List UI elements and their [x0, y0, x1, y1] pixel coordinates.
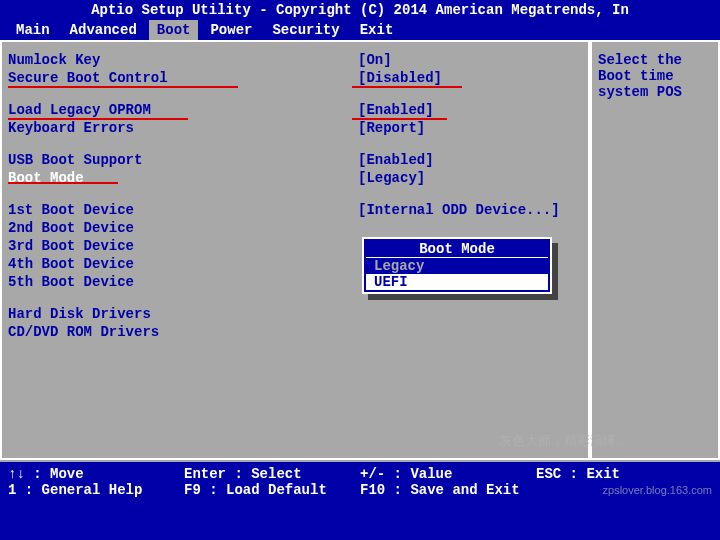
section-cddvd-drivers[interactable]: CD/DVD ROM Drivers: [8, 324, 582, 340]
menu-boot[interactable]: Boot: [149, 20, 199, 40]
label: 3rd Boot Device: [8, 238, 358, 254]
label: Secure Boot Control: [8, 70, 358, 86]
setting-2nd-boot[interactable]: 2nd Boot Device: [8, 220, 582, 236]
value: [Enabled]: [358, 152, 434, 168]
watermark-url: zpslover.blog.163.com: [603, 484, 712, 496]
label: Load Legacy OPROM: [8, 102, 358, 118]
menu-security[interactable]: Security: [264, 20, 347, 40]
annotation-line: [8, 118, 188, 120]
hint-help: 1 : General Help: [8, 482, 184, 498]
value: [Enabled]: [358, 102, 434, 118]
setting-numlock[interactable]: Numlock Key [On]: [8, 52, 582, 68]
setting-load-legacy-oprom[interactable]: Load Legacy OPROM [Enabled]: [8, 102, 582, 118]
hint-select: Enter : Select: [184, 466, 360, 482]
value: [On]: [358, 52, 392, 68]
help-panel: Select the Boot time system POS: [590, 40, 720, 460]
value: [Internal ODD Device...]: [358, 202, 560, 218]
setting-usb-boot[interactable]: USB Boot Support [Enabled]: [8, 152, 582, 168]
label: 4th Boot Device: [8, 256, 358, 272]
value: [Legacy]: [358, 170, 425, 186]
annotation-line: [352, 118, 447, 120]
hint-save: F10 : Save and Exit: [360, 482, 536, 498]
menu-advanced[interactable]: Advanced: [62, 20, 145, 40]
value: [Report]: [358, 120, 425, 136]
label: 5th Boot Device: [8, 274, 358, 290]
popup-title: Boot Mode: [366, 241, 548, 258]
boot-mode-popup: Boot Mode Legacy UEFI: [362, 237, 552, 294]
annotation-line: [8, 182, 118, 184]
label: USB Boot Support: [8, 152, 358, 168]
bios-title: Aptio Setup Utility - Copyright (C) 2014…: [0, 0, 720, 20]
setting-keyboard-errors[interactable]: Keyboard Errors [Report]: [8, 120, 582, 136]
hint-value: +/- : Value: [360, 466, 536, 482]
setting-secure-boot[interactable]: Secure Boot Control [Disabled]: [8, 70, 582, 86]
label: 1st Boot Device: [8, 202, 358, 218]
menu-exit[interactable]: Exit: [352, 20, 402, 40]
main-area: Numlock Key [On] Secure Boot Control [Di…: [0, 40, 720, 460]
watermark-text: 灰色大师，精彩演绎.: [499, 432, 620, 450]
popup-option-legacy[interactable]: Legacy: [366, 258, 548, 274]
annotation-line: [352, 86, 462, 88]
popup-option-uefi[interactable]: UEFI: [366, 274, 548, 290]
label: 2nd Boot Device: [8, 220, 358, 236]
section-hdd-drivers[interactable]: Hard Disk Drivers: [8, 306, 582, 322]
menu-main[interactable]: Main: [8, 20, 58, 40]
menu-power[interactable]: Power: [202, 20, 260, 40]
content-panel: Numlock Key [On] Secure Boot Control [Di…: [0, 40, 590, 460]
setting-1st-boot[interactable]: 1st Boot Device [Internal ODD Device...]: [8, 202, 582, 218]
label: Keyboard Errors: [8, 120, 358, 136]
hint-exit: ESC : Exit: [536, 466, 712, 482]
hint-move: ↑↓ : Move: [8, 466, 184, 482]
annotation-line: [8, 86, 238, 88]
value: [Disabled]: [358, 70, 442, 86]
help-text: Select the Boot time system POS: [598, 52, 712, 100]
menu-bar: Main Advanced Boot Power Security Exit: [0, 20, 720, 40]
hint-default: F9 : Load Default: [184, 482, 360, 498]
label: Numlock Key: [8, 52, 358, 68]
